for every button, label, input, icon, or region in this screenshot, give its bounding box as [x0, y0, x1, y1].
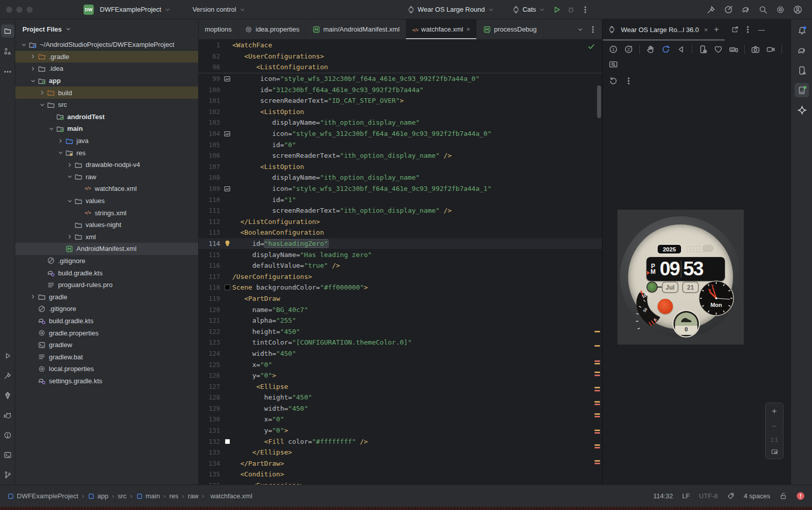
tree-row[interactable]: build.gradle.kts [15, 315, 198, 327]
tree-row[interactable]: androidTest [15, 111, 198, 123]
run-button[interactable] [550, 3, 564, 17]
chevron-down-icon[interactable] [19, 41, 28, 49]
editor-tab-idea-properties[interactable]: idea.properties [238, 19, 306, 39]
chevron-right-icon[interactable] [29, 293, 37, 301]
breadcrumb-item[interactable]: res [169, 492, 178, 500]
stripe-mark[interactable] [594, 416, 600, 417]
stripe-mark[interactable] [594, 372, 600, 373]
tool-problems-icon[interactable] [1, 429, 14, 442]
maximize-window-icon[interactable] [26, 7, 33, 13]
zoom-out-icon[interactable]: − [772, 421, 777, 432]
hide-panel-icon[interactable]: — [758, 26, 765, 34]
close-window-icon[interactable] [6, 7, 12, 13]
editor-tab-moptions[interactable]: moptions [199, 19, 238, 39]
kebab-icon[interactable] [589, 25, 597, 34]
tree-row[interactable]: values-night [15, 219, 198, 231]
indent-setting[interactable]: 4 spaces [744, 492, 770, 500]
rotate-icon[interactable] [659, 43, 672, 56]
editor-tab-processdebug[interactable]: processDebug [477, 19, 544, 39]
chevron-right-icon[interactable] [29, 65, 37, 73]
stripe-mark[interactable] [594, 345, 600, 347]
running-devices-icon[interactable] [795, 83, 809, 97]
tree-row[interactable]: .idea [15, 63, 198, 75]
tree-row[interactable]: app [15, 75, 198, 87]
search-icon[interactable] [756, 3, 770, 17]
project-view-selector[interactable]: Project Files [15, 19, 198, 39]
tree-row[interactable]: ~/AndroidStudioProjects/DWFExampleProjec… [15, 39, 198, 51]
chevron-right-icon[interactable] [38, 89, 46, 97]
breadcrumb-item[interactable]: main [136, 492, 160, 500]
phone-gear-icon[interactable] [696, 43, 710, 56]
tree-row[interactable]: .gradle [15, 51, 198, 63]
stripe-mark[interactable] [594, 447, 600, 448]
stripe-mark[interactable] [594, 331, 600, 332]
tree-row[interactable]: gradle.properties [15, 327, 198, 339]
device-screen[interactable]: 2025 PM 09 53 Jul 21 Mon [617, 210, 744, 345]
tool-structure-icon[interactable] [1, 45, 14, 58]
stripe-mark[interactable] [594, 404, 600, 405]
chevron-right-icon[interactable] [29, 52, 37, 61]
breadcrumb-item[interactable]: raw [188, 492, 199, 500]
lock-icon[interactable] [779, 492, 787, 500]
chevron-down-icon[interactable] [65, 197, 74, 205]
tree-row[interactable]: build [15, 87, 198, 99]
stripe-mark[interactable] [594, 401, 600, 403]
tool-branch-icon[interactable] [1, 468, 14, 481]
kebab-icon[interactable] [622, 74, 635, 88]
heart-icon[interactable] [712, 43, 725, 56]
settings-icon[interactable] [773, 3, 788, 17]
project-menu[interactable]: DWFExampleProject [96, 4, 175, 15]
stripe-mark[interactable] [594, 460, 600, 462]
tool-more-icon[interactable] [1, 65, 14, 78]
inlay-tag-icon[interactable] [727, 492, 735, 500]
account-icon[interactable] [791, 3, 805, 17]
keyboard-icon[interactable] [727, 43, 740, 56]
num2-icon[interactable]: 2 [622, 43, 635, 56]
chevron-down-icon[interactable] [38, 101, 46, 109]
traffic-lights[interactable] [6, 7, 33, 13]
tree-row[interactable]: gradlew.bat [15, 351, 198, 363]
tool-folder-icon[interactable] [1, 24, 14, 38]
new-tab-icon[interactable]: + [714, 24, 719, 35]
close-device-tab-icon[interactable]: × [704, 26, 708, 34]
camera-icon[interactable] [749, 43, 762, 56]
screen-search-icon[interactable] [607, 58, 620, 71]
tool-run-icon[interactable] [1, 349, 14, 362]
stripe-mark[interactable] [594, 390, 600, 391]
tree-row[interactable]: src [15, 99, 198, 111]
stripe-mark[interactable] [594, 363, 600, 364]
tree-row[interactable]: local.properties [15, 363, 198, 375]
code-editor[interactable]: 1<WatchFace62<UserConfigurations>96<List… [199, 40, 602, 485]
bulb-icon[interactable] [222, 240, 232, 247]
tree-row[interactable]: .gitignore [15, 255, 198, 267]
device-selector[interactable]: Wear OS Large Round [403, 4, 499, 16]
stripe-mark[interactable] [594, 375, 600, 376]
stripe-mark[interactable] [594, 387, 600, 388]
chevron-down-icon[interactable] [65, 173, 74, 181]
breadcrumb-item[interactable]: DWFExampleProject [7, 492, 78, 500]
tree-row[interactable]: .gitignore [15, 303, 198, 315]
tree-row[interactable]: build.gradle.kts [15, 267, 198, 279]
tree-row[interactable]: AndroidManifest.xml [15, 243, 198, 255]
tree-row[interactable]: </>strings.xml [15, 207, 198, 219]
stripe-mark[interactable] [594, 432, 600, 434]
encoding[interactable]: UTF-8 [699, 492, 718, 500]
tree-row[interactable]: proguard-rules.pro [15, 279, 198, 291]
error-highlight-icon[interactable] [796, 492, 805, 500]
line-ending[interactable]: LF [682, 492, 690, 500]
build-hammer-icon[interactable] [704, 3, 718, 17]
minimize-window-icon[interactable] [16, 7, 22, 13]
tree-row[interactable]: res [15, 147, 198, 159]
stripe-mark[interactable] [594, 413, 600, 415]
inspections-ok-icon[interactable] [587, 43, 595, 50]
tree-row[interactable]: gradlew [15, 339, 198, 351]
breadcrumb-item[interactable]: watchface.xml [208, 492, 252, 500]
tool-logcat-icon[interactable] [1, 409, 14, 422]
zoom-in-icon[interactable]: + [772, 406, 777, 416]
editor-tab-watchface-xml[interactable]: </>watchface.xml× [406, 19, 476, 39]
more-actions-button[interactable] [578, 3, 592, 17]
tool-terminal-icon[interactable] [1, 448, 14, 462]
profiler-icon[interactable] [721, 3, 736, 17]
hand-icon[interactable] [644, 43, 657, 56]
chevron-right-icon[interactable] [56, 137, 65, 145]
